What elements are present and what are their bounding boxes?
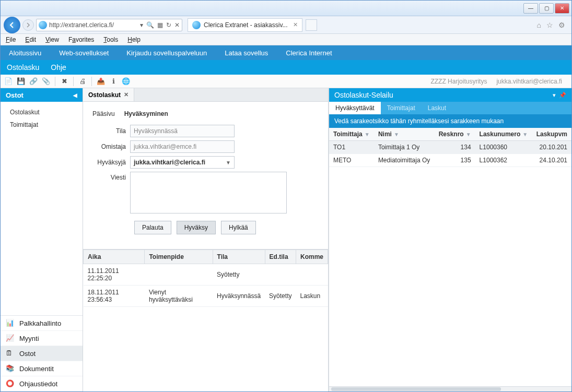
new-tab-button[interactable] — [306, 19, 317, 31]
collapse-icon[interactable]: ◀ — [73, 92, 77, 98]
right-panel-title: Ostolaskut-Selailu — [334, 91, 393, 99]
tab-toimittajat[interactable]: Toimittajat — [381, 102, 422, 114]
col-aika[interactable]: Aika — [84, 250, 145, 264]
url-input[interactable] — [49, 21, 138, 29]
menu-help[interactable]: Help — [127, 36, 141, 43]
info-icon[interactable]: ℹ — [109, 77, 118, 86]
refresh-icon[interactable]: ↻ — [166, 21, 171, 29]
minimize-button[interactable]: — — [523, 3, 538, 14]
col-resknro[interactable]: Resknro▼ — [435, 128, 475, 141]
group-hint: Vedä sarakeotsikko tähän ryhmitelläksesi… — [329, 114, 571, 128]
label-omistaja: Omistaja — [92, 143, 130, 150]
favorites-icon[interactable]: ☆ — [546, 21, 553, 29]
new-icon[interactable]: 📄 — [4, 77, 13, 86]
horizontal-scrollbar[interactable] — [329, 386, 571, 391]
filter-icon[interactable]: ▼ — [365, 132, 370, 137]
browser-tab[interactable]: Clerica Extranet - asiakassiv... ✕ — [188, 18, 302, 32]
col-laskupvm[interactable]: Laskupvm — [532, 128, 571, 141]
menu-tools[interactable]: Tools — [103, 36, 118, 43]
field-hyvaksyja[interactable]: jukka.vihtkari@clerica.fi ▼ — [130, 156, 235, 169]
circle-icon: ⭕ — [6, 379, 15, 388]
col-tila[interactable]: Tila — [213, 250, 265, 264]
chevron-down-icon[interactable]: ▼ — [226, 160, 231, 165]
org-label: ZZZZ Harjoitusyritys — [430, 78, 493, 85]
nav-aloitussivu[interactable]: Aloitussivu — [9, 49, 41, 57]
label-hyvaksyja: Hyväksyjä — [92, 159, 130, 166]
dropdown-icon[interactable]: ▾ — [553, 92, 556, 99]
delete-icon[interactable]: ✖ — [60, 77, 69, 86]
tab-paasivu[interactable]: Pääsivu — [92, 110, 115, 117]
nav-ostot[interactable]: 🗓 Ostot — [1, 346, 83, 361]
scrollbar-thumb[interactable] — [331, 387, 501, 391]
filter-icon[interactable]: ▼ — [466, 132, 471, 137]
save-icon[interactable]: 💾 — [16, 77, 26, 86]
col-toimittaja[interactable]: Toimittaja▼ — [329, 128, 374, 141]
dropdown-icon[interactable]: ▾ — [140, 21, 143, 29]
ie-icon — [39, 21, 47, 29]
menu-file[interactable]: FFileile — [6, 36, 16, 43]
menu-edit[interactable]: Edit — [25, 36, 36, 43]
bars-icon: 📈 — [6, 334, 15, 342]
clip-icon[interactable]: 📎 — [41, 77, 51, 86]
sidebar-item-ostolaskut[interactable]: Ostolaskut — [1, 106, 83, 118]
nav-ohje[interactable]: Ohje — [51, 63, 66, 72]
filter-icon[interactable]: ▼ — [522, 132, 528, 137]
search-icon[interactable]: 🔍 — [146, 21, 154, 29]
sidebar-nav: 📊 Palkkahallinto 📈 Myynti 🗓 Ostot 📚 Doku… — [1, 315, 83, 391]
nav-kirjaudu[interactable]: Kirjaudu sovelluspalveluun — [126, 49, 207, 57]
nav-ostolasku[interactable]: Ostolasku — [7, 63, 39, 72]
globe-icon[interactable]: 🌐 — [121, 77, 131, 86]
sidebar-item-toimittajat[interactable]: Toimittajat — [1, 118, 83, 131]
sidebar-header[interactable]: Ostot ◀ — [1, 88, 83, 102]
nav-clerica-internet[interactable]: Clerica Internet — [286, 49, 332, 57]
maximize-button[interactable]: ▢ — [539, 3, 554, 14]
right-panel-header: Ostolaskut-Selailu ▾ 📌 — [329, 88, 571, 102]
tab-hyvaksyminen[interactable]: Hyväksyminen — [124, 110, 168, 117]
nav-websovellukset[interactable]: Web-sovellukset — [59, 49, 109, 57]
close-tab-icon[interactable]: ✕ — [174, 21, 180, 29]
col-nimi[interactable]: Nimi▼ — [374, 128, 435, 141]
attach-icon[interactable]: 🔗 — [29, 77, 38, 86]
field-omistaja: jukka.vihtkari@emce.fi — [130, 140, 235, 153]
stop-icon[interactable]: ▦ — [157, 21, 163, 29]
home-icon[interactable]: ⌂ — [537, 21, 541, 29]
filter-icon[interactable]: ▼ — [394, 132, 399, 137]
forward-button[interactable] — [22, 19, 34, 31]
menu-view[interactable]: View — [45, 36, 59, 43]
print-icon[interactable]: 🖨 — [78, 77, 87, 86]
panel-tab-ostolaskut[interactable]: Ostolaskut ✕ — [83, 88, 134, 101]
palauta-button[interactable]: Palauta — [134, 221, 171, 234]
nav-dokumentit[interactable]: 📚 Dokumentit — [1, 361, 83, 376]
hyvaksy-button[interactable]: Hyväksy — [177, 221, 216, 234]
address-bar[interactable]: ▾ 🔍 ▦ ↻ ✕ — [36, 19, 182, 31]
nav-ohjaustiedot[interactable]: ⭕ Ohjaustiedot — [1, 376, 83, 391]
export-icon[interactable]: 📤 — [96, 77, 106, 86]
tab-laskut[interactable]: Laskut — [422, 102, 452, 114]
table-row[interactable]: 18.11.2011 23:56:43Vienyt hyväksyttäväks… — [84, 286, 328, 307]
nav-palkkahallinto[interactable]: 📊 Palkkahallinto — [1, 316, 83, 331]
table-row[interactable]: METOMediatoimittaja Oy135L100036224.10.2… — [329, 154, 571, 167]
back-button[interactable] — [4, 17, 20, 33]
col-komme[interactable]: Komme — [296, 250, 328, 264]
ie-icon — [192, 21, 201, 29]
menu-favorites[interactable]: Favorites — [68, 36, 94, 43]
close-button[interactable]: ✕ — [555, 3, 569, 14]
table-row[interactable]: TO1Toimittaja 1 Oy134L100036020.10.201 — [329, 141, 571, 154]
tab-close-icon[interactable]: ✕ — [293, 21, 298, 28]
nav-lataa[interactable]: Lataa sovellus — [225, 49, 268, 57]
panel-tab-close-icon[interactable]: ✕ — [124, 91, 129, 98]
col-toimenpide[interactable]: Toimenpide — [145, 250, 213, 264]
right-tabs: Hyväksyttävät Toimittajat Laskut — [329, 102, 571, 114]
tools-icon[interactable]: ⚙ — [558, 21, 565, 29]
pin-icon[interactable]: 📌 — [559, 92, 566, 99]
tab-hyvaksyttavat[interactable]: Hyväksyttävät — [329, 102, 381, 114]
nav-myynti[interactable]: 📈 Myynti — [1, 331, 83, 346]
table-row[interactable]: 11.11.2011 22:25:20Syötetty — [84, 264, 328, 286]
col-laskunumero[interactable]: Laskunumero▼ — [475, 128, 532, 141]
browser-window: — ▢ ✕ ▾ 🔍 ▦ ↻ ✕ Clerica Extranet - asiak… — [0, 0, 572, 392]
hylkaa-button[interactable]: Hylkää — [221, 221, 256, 234]
field-viesti[interactable] — [130, 172, 287, 213]
col-edtila[interactable]: Ed.tila — [265, 250, 296, 264]
form-tabs: Pääsivu Hyväksyminen — [83, 102, 328, 123]
window-titlebar: — ▢ ✕ — [1, 1, 571, 16]
